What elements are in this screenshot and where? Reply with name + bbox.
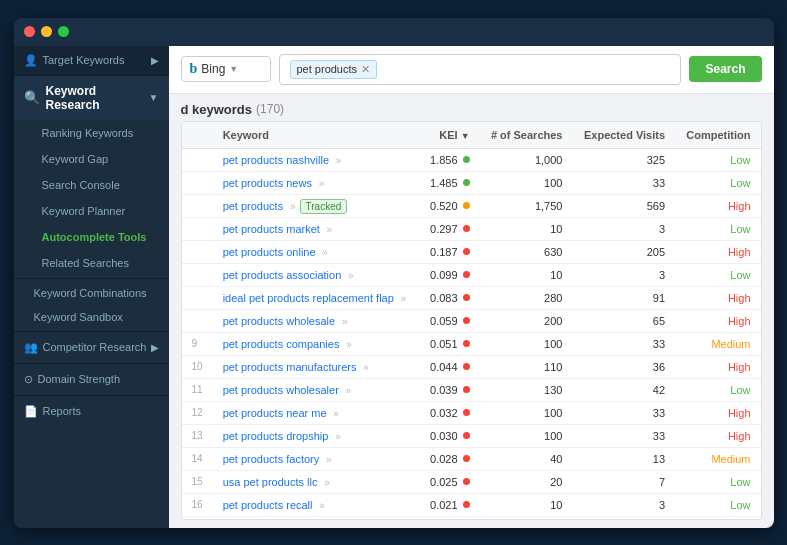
keyword-arrow-icon: »	[345, 270, 353, 281]
sidebar-item-keyword-planner[interactable]: Keyword Planner	[14, 198, 169, 224]
keyword-link[interactable]: pet products wholesale	[223, 315, 336, 327]
table-row: 10pet products manufacturers »0.04411036…	[182, 355, 761, 378]
table-row: 12pet products near me »0.03210033High	[182, 401, 761, 424]
kei-value: 0.025	[430, 476, 458, 488]
visits-cell: 33	[572, 401, 675, 424]
competition-cell: High	[675, 309, 760, 332]
row-number	[182, 148, 213, 171]
keyword-cell: pet products market »	[213, 217, 420, 240]
searches-cell: 110	[480, 355, 573, 378]
search-button[interactable]: Search	[689, 56, 761, 82]
keyword-link[interactable]: pet products online	[223, 246, 316, 258]
sidebar-item-keyword-gap[interactable]: Keyword Gap	[14, 146, 169, 172]
searches-cell: 1,000	[480, 148, 573, 171]
searches-cell: 280	[480, 286, 573, 309]
col-num	[182, 122, 213, 149]
col-searches[interactable]: # of Searches	[480, 122, 573, 149]
row-number: 10	[182, 355, 213, 378]
search-tag: pet products ✕	[290, 60, 378, 79]
keyword-link[interactable]: ideal pet products replacement flap	[223, 292, 394, 304]
col-visits[interactable]: Expected Visits	[572, 122, 675, 149]
competition-cell: High	[675, 401, 760, 424]
bing-icon: b	[190, 61, 198, 77]
kei-value: 0.187	[430, 246, 458, 258]
competition-cell: Low	[675, 217, 760, 240]
kei-dot-indicator	[463, 225, 470, 232]
kei-cell: 1.856	[419, 148, 479, 171]
engine-selector[interactable]: b Bing ▼	[181, 56, 271, 82]
kei-cell: 1.485	[419, 171, 479, 194]
visits-cell: 7	[572, 470, 675, 493]
visits-cell: 36	[572, 355, 675, 378]
kei-value: 0.028	[430, 453, 458, 465]
competition-cell: High	[675, 194, 760, 217]
main-content: b Bing ▼ pet products ✕ Search d keyword…	[169, 46, 774, 528]
searches-cell: 20	[480, 470, 573, 493]
sidebar-item-ranking-keywords[interactable]: Ranking Keywords	[14, 120, 169, 146]
table-row: pet products »Tracked0.5201,750569High	[182, 194, 761, 217]
table-row: pet products nashville »1.8561,000325Low	[182, 148, 761, 171]
keyword-cell: pet products expo »	[213, 516, 420, 520]
keyword-link[interactable]: pet products factory	[223, 453, 320, 465]
searches-cell: 100	[480, 171, 573, 194]
keyword-arrow-icon: »	[339, 316, 347, 327]
col-keyword[interactable]: Keyword	[213, 122, 420, 149]
target-keywords-label: 👤 Target Keywords	[24, 54, 125, 67]
maximize-dot[interactable]	[58, 26, 69, 37]
table-row: 15usa pet products llc »0.025207Low	[182, 470, 761, 493]
kei-dot-indicator	[463, 202, 470, 209]
kei-value: 0.099	[430, 269, 458, 281]
tag-close-button[interactable]: ✕	[361, 63, 370, 76]
searches-cell: 10	[480, 493, 573, 516]
minimize-dot[interactable]	[41, 26, 52, 37]
sidebar-item-competitor-research[interactable]: 👥 Competitor Research ▶	[14, 334, 169, 361]
sidebar-item-related-searches[interactable]: Related Searches	[14, 250, 169, 276]
competition-cell: Low	[675, 148, 760, 171]
sidebar-item-keyword-combinations[interactable]: Keyword Combinations	[14, 281, 169, 305]
keyword-link[interactable]: pet products	[223, 200, 284, 212]
keyword-arrow-icon: »	[343, 385, 351, 396]
sidebar-item-search-console[interactable]: Search Console	[14, 172, 169, 198]
keyword-arrow-icon: »	[320, 247, 328, 258]
visits-cell: 33	[572, 332, 675, 355]
kei-dot-indicator	[463, 294, 470, 301]
search-input-container: pet products ✕	[279, 54, 682, 85]
col-competition[interactable]: Competition	[675, 122, 760, 149]
keyword-link[interactable]: pet products dropship	[223, 430, 329, 442]
sidebar-top[interactable]: 👤 Target Keywords ▶	[14, 46, 169, 76]
kei-value: 0.030	[430, 430, 458, 442]
keyword-cell: pet products news »	[213, 171, 420, 194]
col-kei[interactable]: KEI ▼	[419, 122, 479, 149]
keyword-link[interactable]: pet products companies	[223, 338, 340, 350]
kei-cell: 0.083	[419, 286, 479, 309]
keyword-link[interactable]: pet products association	[223, 269, 342, 281]
sidebar-item-domain-strength[interactable]: ⊙ Domain Strength	[14, 366, 169, 393]
sidebar-item-autocomplete-tools[interactable]: Autocomplete Tools	[14, 224, 169, 250]
keyword-link[interactable]: pet products nashville	[223, 154, 329, 166]
visits-cell: 569	[572, 194, 675, 217]
kei-cell: 0.030	[419, 424, 479, 447]
visits-cell: 65	[572, 309, 675, 332]
kei-cell: 0.520	[419, 194, 479, 217]
keyword-link[interactable]: pet products news	[223, 177, 312, 189]
keyword-link[interactable]: pet products manufacturers	[223, 361, 357, 373]
visits-cell: 33	[572, 424, 675, 447]
keyword-link[interactable]: usa pet products llc	[223, 476, 318, 488]
kei-dot-indicator	[463, 156, 470, 163]
keyword-arrow-icon: »	[398, 293, 406, 304]
keyword-arrow-icon: »	[361, 362, 369, 373]
kei-cell: 0.028	[419, 447, 479, 470]
keyword-link[interactable]: pet products recall	[223, 499, 313, 511]
keyword-link[interactable]: pet products wholesaler	[223, 384, 339, 396]
sidebar-item-reports[interactable]: 📄 Reports	[14, 398, 169, 425]
keyword-research-section[interactable]: 🔍 Keyword Research ▼	[14, 76, 169, 120]
reports-icon: 📄	[24, 405, 38, 418]
keyword-link[interactable]: pet products near me	[223, 407, 327, 419]
kei-value: 0.297	[430, 223, 458, 235]
row-number: 14	[182, 447, 213, 470]
keyword-link[interactable]: pet products market	[223, 223, 320, 235]
row-number: 15	[182, 470, 213, 493]
table-row: pet products market »0.297103Low	[182, 217, 761, 240]
sidebar-item-keyword-sandbox[interactable]: Keyword Sandbox	[14, 305, 169, 329]
close-dot[interactable]	[24, 26, 35, 37]
